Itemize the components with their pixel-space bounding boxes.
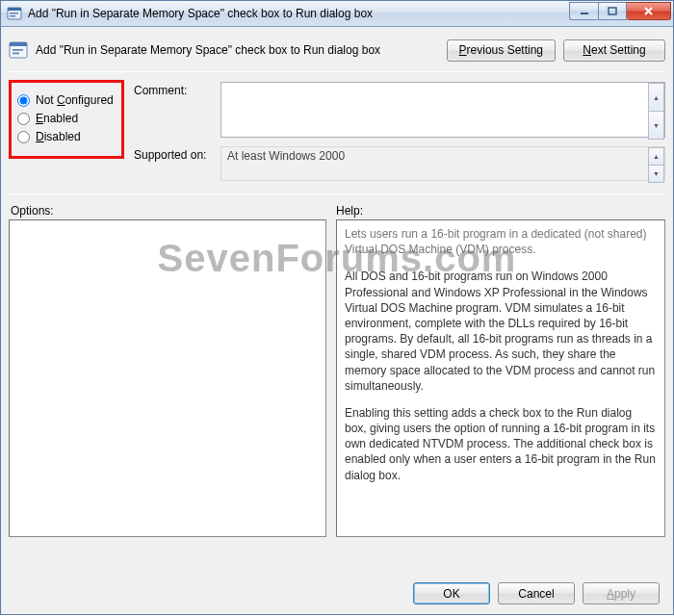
help-label: Help: <box>336 204 363 218</box>
comment-input[interactable] <box>220 82 665 138</box>
svg-rect-7 <box>10 42 27 46</box>
radio-not-configured[interactable]: Not Configured <box>17 93 116 107</box>
config-area: Not Configured Enabled Disabled Comment:… <box>9 78 665 184</box>
policy-header: Add "Run in Separate Memory Space" check… <box>9 31 665 69</box>
titlebar: Add "Run in Separate Memory Space" check… <box>0 0 674 27</box>
svg-rect-3 <box>10 15 15 17</box>
radio-not-configured-input[interactable] <box>17 94 30 107</box>
radio-disabled[interactable]: Disabled <box>17 130 116 143</box>
apply-button[interactable]: Apply <box>583 582 660 604</box>
svg-rect-4 <box>581 13 588 14</box>
radio-enabled-input[interactable] <box>17 113 30 125</box>
fields-column: Comment: ▲ ▼ Supported on: At least Wind… <box>134 78 665 184</box>
lower-panes: Lets users run a 16-bit program in a ded… <box>9 219 665 537</box>
next-setting-button[interactable]: Next Setting <box>563 39 665 62</box>
scroll-up-icon[interactable]: ▲ <box>648 83 664 111</box>
supported-scrollbar[interactable]: ▲ ▼ <box>648 147 664 183</box>
supported-on-label: Supported on: <box>134 146 215 162</box>
maximize-button[interactable] <box>598 2 627 20</box>
policy-title: Add "Run in Separate Memory Space" check… <box>36 43 439 57</box>
lower-labels: Options: Help: <box>9 204 665 218</box>
minimize-button[interactable] <box>569 2 598 20</box>
close-button[interactable] <box>627 2 671 20</box>
scroll-down-icon[interactable]: ▼ <box>648 111 664 140</box>
cancel-button[interactable]: Cancel <box>498 582 575 604</box>
svg-rect-2 <box>10 13 18 14</box>
help-paragraph: Lets users run a 16-bit program in a ded… <box>345 226 657 257</box>
comment-label: Comment: <box>134 82 215 97</box>
dialog-footer: OK Cancel Apply <box>413 582 660 604</box>
separator <box>9 71 665 72</box>
policy-icon <box>9 40 28 60</box>
svg-rect-9 <box>13 53 19 55</box>
client-area: Add "Run in Separate Memory Space" check… <box>0 27 674 615</box>
previous-setting-button[interactable]: Previous Setting <box>447 39 556 62</box>
window-title: Add "Run in Separate Memory Space" check… <box>28 7 569 20</box>
options-pane[interactable] <box>9 219 326 537</box>
options-label: Options: <box>9 204 326 218</box>
svg-rect-1 <box>8 8 21 11</box>
state-radio-group: Not Configured Enabled Disabled <box>9 80 124 159</box>
help-paragraph: All DOS and 16-bit programs run on Windo… <box>345 269 657 394</box>
policy-window-icon <box>7 6 22 21</box>
supported-on-value: At least Windows 2000 <box>220 146 665 181</box>
radio-disabled-input[interactable] <box>17 131 30 143</box>
window-controls <box>569 1 673 26</box>
help-paragraph: Enabling this setting adds a check box t… <box>345 405 657 483</box>
comment-scrollbar[interactable]: ▲ ▼ <box>648 83 664 140</box>
radio-enabled[interactable]: Enabled <box>17 112 116 125</box>
svg-rect-5 <box>609 8 616 14</box>
help-pane[interactable]: Lets users run a 16-bit program in a ded… <box>336 219 665 537</box>
scroll-up-icon[interactable]: ▲ <box>648 147 664 165</box>
scroll-down-icon[interactable]: ▼ <box>648 165 664 183</box>
ok-button[interactable]: OK <box>413 582 490 604</box>
svg-rect-8 <box>13 49 23 51</box>
separator <box>9 193 665 194</box>
